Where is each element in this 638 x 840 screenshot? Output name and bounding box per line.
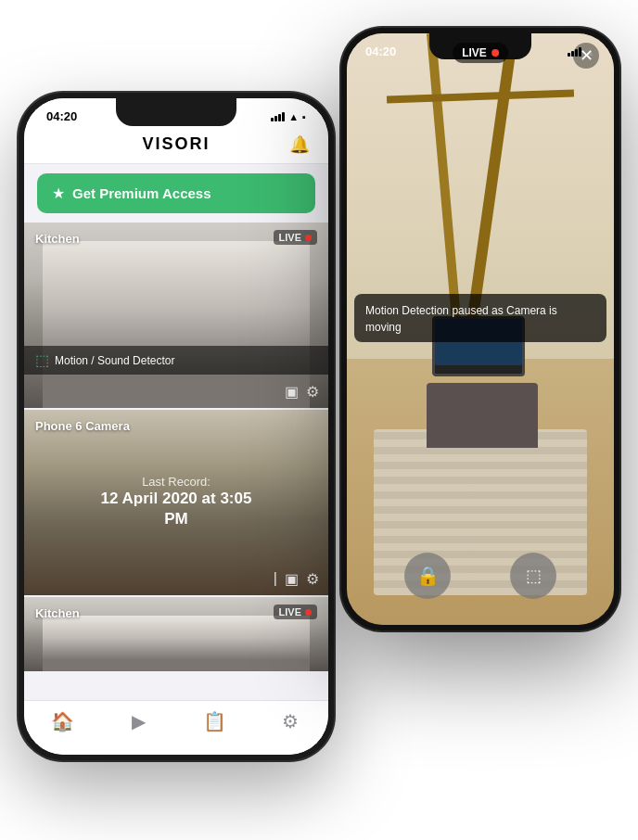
live-dot-2 <box>305 609 312 616</box>
app-header: VISORI 🔔 <box>24 127 328 164</box>
camera-label-1: Phone 6 Camera <box>35 419 130 433</box>
clips-icon: 📋 <box>203 710 226 732</box>
settings-tab-icon: ⚙ <box>282 710 299 732</box>
phone2: 04:20 ▲ LIVE ✕ <box>341 28 619 630</box>
live-dot-0 <box>305 235 312 241</box>
battery-icon: ▪ <box>302 111 306 122</box>
scene: 04:20 ▲ ▪ VISORI 🔔 <box>0 0 638 840</box>
live-text-2: LIVE <box>279 606 301 617</box>
recordings-icon: ▶ <box>132 710 146 732</box>
bottom-controls: 🔒 ⬚ <box>347 553 614 599</box>
status-icons: ▲ ▪ <box>271 111 306 122</box>
live-dot-main <box>491 49 499 57</box>
lock-icon: 🔒 <box>416 565 440 587</box>
live-badge-2: LIVE <box>274 605 317 619</box>
live-badge-0: LIVE <box>274 230 317 245</box>
last-record-date: 12 April 2020 at 3:05 PM <box>100 489 252 529</box>
status-time: 04:20 <box>46 109 77 123</box>
status-time2: 04:20 <box>365 45 396 58</box>
camera-card-0[interactable]: Kitchen LIVE ⬚ Motion / Sound Detector ▣… <box>24 223 328 408</box>
motion-detection-toast: Motion Detection paused as Camera is mov… <box>354 294 606 342</box>
tab-settings[interactable]: ⚙ <box>252 710 328 732</box>
motion-toast-text: Motion Detection paused as Camera is mov… <box>365 304 557 334</box>
motion-text-0: Motion / Sound Detector <box>55 354 174 367</box>
camera-mode-icon: ⬚ <box>526 566 542 586</box>
motion-bar-0: ⬚ Motion / Sound Detector <box>24 346 328 375</box>
wifi-icon: ▲ <box>288 111 299 122</box>
last-record-overlay: Last Record: 12 April 2020 at 3:05 PM <box>100 475 252 529</box>
premium-text: Get Premium Access <box>72 185 211 201</box>
home-icon: 🏠 <box>51 710 74 732</box>
lock-button[interactable]: 🔒 <box>404 553 451 599</box>
tab-clips[interactable]: 📋 <box>176 710 252 732</box>
bell-icon[interactable]: 🔔 <box>289 134 310 155</box>
record-btn-0[interactable]: ▣ <box>285 383 299 401</box>
divider-1: | <box>274 570 277 588</box>
card-actions-1: | ▣ ⚙ <box>274 570 319 588</box>
motion-icon-0: ⬚ <box>35 351 49 369</box>
premium-banner[interactable]: ★ Get Premium Access <box>37 173 315 213</box>
camera-label-2: Kitchen <box>35 606 80 620</box>
desk <box>427 383 538 448</box>
close-button[interactable]: ✕ <box>573 43 599 69</box>
tab-bar: 🏠 ▶ 📋 ⚙ <box>24 700 328 755</box>
settings-btn-1[interactable]: ⚙ <box>306 570 319 588</box>
last-record-label: Last Record: <box>100 475 252 489</box>
camera-card-2[interactable]: Kitchen LIVE <box>24 597 328 671</box>
settings-btn-0[interactable]: ⚙ <box>306 383 319 401</box>
live-badge2: LIVE <box>453 43 508 63</box>
card-actions-0: ▣ ⚙ <box>285 383 319 401</box>
camera-list: Kitchen LIVE ⬚ Motion / Sound Detector ▣… <box>24 223 328 755</box>
tab-home[interactable]: 🏠 <box>24 710 100 732</box>
camera-card-1[interactable]: Phone 6 Camera Last Record: 12 April 202… <box>24 410 328 595</box>
close-icon: ✕ <box>580 45 593 66</box>
tab-recordings[interactable]: ▶ <box>100 710 176 732</box>
live-text-0: LIVE <box>279 232 301 243</box>
app-title: VISORI <box>142 134 210 154</box>
signal-icon <box>271 112 285 121</box>
record-btn-1[interactable]: ▣ <box>285 570 299 588</box>
camera-mode-button[interactable]: ⬚ <box>510 553 556 599</box>
camera-label-0: Kitchen <box>35 232 80 246</box>
premium-star-icon: ★ <box>52 185 65 202</box>
notch1 <box>116 98 236 126</box>
live-text-main: LIVE <box>462 46 487 59</box>
phone1: 04:20 ▲ ▪ VISORI 🔔 <box>19 93 334 760</box>
